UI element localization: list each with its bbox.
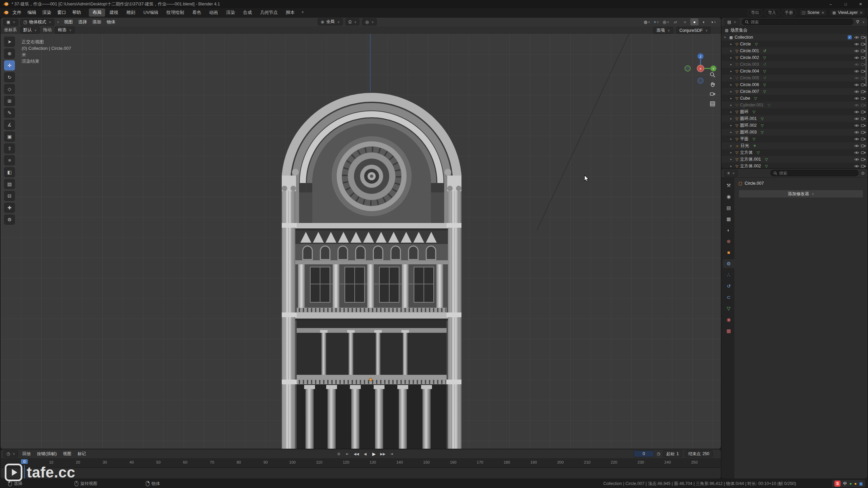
hide-in-viewport-toggle[interactable] bbox=[854, 123, 859, 128]
scene-collection-row[interactable]: ▥ 场景集合 bbox=[722, 26, 867, 34]
outliner-item-Circle[interactable]: ▸▽Circle▽ bbox=[722, 41, 867, 47]
expand-arrow-icon[interactable]: ▸ bbox=[730, 90, 734, 93]
tool-add-primitive[interactable]: ✚ bbox=[4, 203, 15, 213]
disable-in-render-toggle[interactable] bbox=[861, 103, 866, 108]
tool-knife[interactable]: ◧ bbox=[4, 167, 15, 177]
disable-in-render-toggle[interactable] bbox=[861, 123, 866, 128]
outliner-item-立方体.001[interactable]: ▸▽立方体.001▽ bbox=[722, 156, 867, 163]
outliner-item-Cylinder.001[interactable]: ▸▽Cylinder.001▽ bbox=[722, 102, 867, 108]
tool-annotate[interactable]: ✎ bbox=[4, 108, 15, 118]
tool-transform[interactable]: ⊞ bbox=[4, 96, 15, 106]
tool-scale[interactable]: ◇ bbox=[4, 84, 15, 94]
outliner-item-Collection[interactable]: ▾▦Collection✓ bbox=[722, 34, 867, 41]
hide-in-viewport-toggle[interactable] bbox=[854, 48, 859, 54]
play-reverse-button[interactable]: ◀ bbox=[361, 450, 369, 457]
topbar-menu-edit[interactable]: 编辑 bbox=[24, 8, 39, 17]
outliner-item-圆环.002[interactable]: ▸▽圆环.002▽ bbox=[722, 122, 867, 129]
workspace-tab-uv-editing[interactable]: UV编辑 bbox=[140, 8, 162, 17]
maximize-button[interactable]: □ bbox=[838, 0, 853, 8]
tool-add-cube[interactable]: ▣ bbox=[4, 131, 15, 142]
disable-in-render-toggle[interactable] bbox=[861, 137, 866, 142]
editor-type-button[interactable]: ▣∨ bbox=[3, 19, 18, 26]
viewport-menu-object[interactable]: 物体 bbox=[104, 18, 118, 26]
tool-loop-cut[interactable]: ≡ bbox=[4, 155, 15, 165]
outliner-item-圆环.003[interactable]: ▸▽圆环.003▽ bbox=[722, 129, 867, 136]
workspace-tab-geometry-nodes[interactable]: 几何节点 bbox=[256, 8, 281, 17]
expand-arrow-icon[interactable]: ▸ bbox=[730, 130, 734, 134]
play-button[interactable]: ▶ bbox=[370, 450, 378, 457]
zoom-button[interactable] bbox=[708, 70, 717, 79]
workspace-tab-shading[interactable]: 着色 bbox=[189, 8, 205, 17]
expand-arrow-icon[interactable]: ▸ bbox=[730, 63, 734, 66]
hide-in-viewport-toggle[interactable] bbox=[854, 82, 859, 87]
snapping-dropdown[interactable]: Ω∨ bbox=[346, 18, 360, 25]
properties-tab-particles[interactable]: ∴ bbox=[723, 270, 734, 279]
addon-export-button[interactable]: 导出 bbox=[748, 9, 763, 16]
properties-tab-constraints[interactable]: ⊂ bbox=[723, 293, 734, 302]
timeline-menu-keying[interactable]: 按键(插帧) bbox=[34, 450, 60, 458]
ime-bar[interactable]: S中●●▣ bbox=[832, 480, 865, 487]
hide-in-viewport-toggle[interactable] bbox=[854, 76, 859, 81]
outliner-item-Circle.006[interactable]: ▸▽Circle.006▽ bbox=[722, 81, 867, 88]
tool-cursor[interactable]: ⊕ bbox=[4, 48, 15, 59]
shading-rendered-button[interactable]: ◑∨ bbox=[709, 18, 717, 25]
scene-picker[interactable]: ◳ Scene ✕ bbox=[799, 9, 827, 16]
workspace-tab-layout[interactable]: 布局 bbox=[89, 8, 105, 17]
hide-in-viewport-toggle[interactable] bbox=[854, 89, 859, 94]
disable-in-render-toggle[interactable] bbox=[861, 164, 866, 168]
transform-orientation-dropdown[interactable]: ⊕全局∨ bbox=[318, 18, 343, 25]
outliner-item-Circle.001[interactable]: ▸▽Circle.001↺ bbox=[722, 47, 867, 54]
disable-in-render-toggle[interactable] bbox=[861, 150, 866, 155]
tool-inset[interactable]: ⊟ bbox=[4, 191, 15, 201]
show-gizmo-button[interactable]: ⌖∨ bbox=[652, 18, 660, 25]
outliner-item-圆环.001[interactable]: ▸▽圆环.001▽ bbox=[722, 115, 867, 122]
mode-options-dropdown[interactable]: ∨ bbox=[57, 20, 59, 24]
topbar-menu-render[interactable]: 渲染 bbox=[39, 8, 54, 17]
conjuresdf-dropdown[interactable]: ConjureSDF∨ bbox=[676, 27, 711, 34]
tool-tweak-select[interactable]: ➤ bbox=[4, 37, 15, 47]
expand-arrow-icon[interactable]: ▸ bbox=[730, 69, 734, 73]
ime-toolbox[interactable]: ▣ bbox=[859, 481, 863, 486]
outliner-scrollbar[interactable] bbox=[865, 36, 867, 87]
outliner-item-Circle.004[interactable]: ▸▽Circle.004▽ bbox=[722, 68, 867, 75]
timeline-menu-view[interactable]: 视图 bbox=[60, 450, 74, 458]
workspace-tab-rendering[interactable]: 渲染 bbox=[222, 8, 239, 17]
properties-tab-material[interactable]: ◉ bbox=[723, 315, 734, 324]
jump-to-start-button[interactable]: ⇤ bbox=[343, 450, 352, 457]
tool-rotate[interactable]: ↻ bbox=[4, 72, 15, 82]
gizmo-minus-z[interactable] bbox=[698, 78, 703, 83]
frame-start-field[interactable]: 起始1 bbox=[663, 450, 682, 457]
prev-keyframe-button[interactable]: ◀◀ bbox=[352, 450, 360, 457]
disable-in-render-toggle[interactable] bbox=[861, 89, 866, 94]
blender-logo-icon[interactable] bbox=[3, 10, 9, 15]
outliner-item-Circle.007[interactable]: ▸▽Circle.007▽ bbox=[722, 88, 867, 95]
outliner-item-立方体.002[interactable]: ▸▽立方体.002▽ bbox=[722, 163, 867, 168]
timeline-menu-marker[interactable]: 标记 bbox=[74, 450, 89, 458]
timeline-tracks[interactable] bbox=[1, 468, 721, 479]
workspace-tab-modeling[interactable]: 建模 bbox=[106, 8, 122, 17]
expand-arrow-icon[interactable]: ▸ bbox=[730, 124, 734, 127]
hide-in-viewport-toggle[interactable] bbox=[854, 69, 859, 74]
hide-in-viewport-toggle[interactable] bbox=[854, 42, 859, 47]
properties-editor-type-button[interactable]: ≡∨ bbox=[724, 169, 738, 177]
tool-poly-build[interactable]: ▤ bbox=[4, 179, 15, 189]
expand-arrow-icon[interactable]: ▸ bbox=[730, 103, 734, 107]
camera-view-button[interactable] bbox=[708, 89, 717, 98]
tool-tool-settings[interactable]: ⚙ bbox=[4, 215, 15, 225]
tool-move[interactable]: ✛ bbox=[4, 60, 15, 70]
viewport-menu-view[interactable]: 视图 bbox=[61, 18, 75, 26]
hide-in-viewport-toggle[interactable] bbox=[854, 157, 859, 162]
mode-dropdown[interactable]: ◳物体模式∨ bbox=[20, 19, 54, 26]
properties-tab-output[interactable]: ▤ bbox=[723, 203, 734, 212]
scene-unlink-button[interactable]: ✕ bbox=[822, 11, 824, 15]
workspace-tab-add-workspace[interactable]: + bbox=[299, 8, 307, 17]
jump-to-end-button[interactable]: ⇥ bbox=[388, 450, 396, 457]
auto-keying-toggle[interactable]: ⊙ bbox=[335, 450, 343, 457]
pan-hand-button[interactable] bbox=[708, 80, 717, 88]
hide-in-viewport-toggle[interactable] bbox=[854, 164, 859, 168]
preview-range-clock-icon[interactable]: ◷ bbox=[657, 451, 660, 456]
expand-arrow-icon[interactable]: ▸ bbox=[730, 83, 734, 86]
hide-in-viewport-toggle[interactable] bbox=[854, 109, 859, 115]
properties-tab-object[interactable]: ■ bbox=[723, 248, 734, 257]
filter-icon[interactable]: ∇ bbox=[856, 20, 859, 24]
